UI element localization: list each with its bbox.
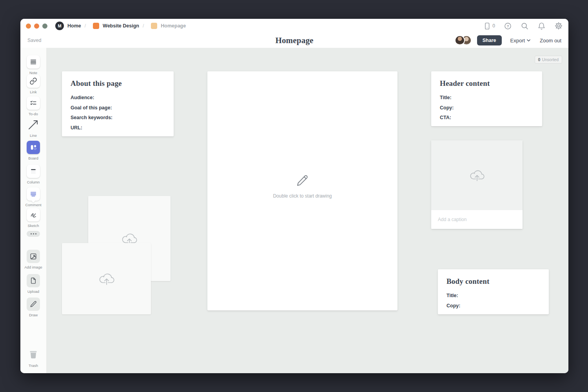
tool-label: Column <box>20 180 46 184</box>
export-label: Export <box>510 38 525 44</box>
sketch-icon <box>29 211 38 219</box>
search-icon <box>521 22 529 30</box>
image-placeholder-card[interactable] <box>62 243 151 314</box>
field-label: URL: <box>71 123 165 133</box>
pencil-icon <box>29 300 37 308</box>
todo-icon <box>29 99 37 107</box>
ellipsis-icon <box>27 231 40 237</box>
device-sync-button[interactable]: 0 <box>483 22 495 30</box>
help-button[interactable]: ? <box>504 22 512 30</box>
tool-sidebar: Note Link To-do Line <box>20 48 47 373</box>
image-upload-card[interactable]: Add a caption <box>431 140 523 229</box>
image-drop-area[interactable] <box>431 140 523 210</box>
sidebar-item-column[interactable]: Column <box>20 165 46 184</box>
card-title: Header content <box>440 79 534 88</box>
saved-status: Saved <box>27 38 41 43</box>
sidebar-item-comment[interactable]: Comment <box>20 187 46 207</box>
svg-text:?: ? <box>507 24 509 28</box>
zoom-out-button[interactable]: Zoom out <box>540 38 561 44</box>
sidebar-item-line[interactable]: Line <box>20 118 46 138</box>
sidebar-item-more[interactable] <box>20 231 46 237</box>
file-icon <box>29 277 37 285</box>
breadcrumb-home[interactable]: Home <box>67 23 81 29</box>
note-icon <box>29 58 37 66</box>
tool-label: Trash <box>20 363 46 368</box>
board-chip-orange-icon <box>93 23 99 29</box>
column-icon <box>29 167 37 175</box>
tool-label: Comment <box>20 203 46 207</box>
card-title: Body content <box>446 277 540 286</box>
trash-icon <box>27 349 39 361</box>
caption-input[interactable]: Add a caption <box>431 210 523 229</box>
breadcrumb-separator: / <box>85 23 86 29</box>
note-card-about[interactable]: About this page Audience: Goal of this p… <box>62 71 174 136</box>
tool-label: Line <box>20 133 46 138</box>
tool-label: Add image <box>20 265 46 269</box>
arrow-line-icon <box>27 119 39 131</box>
titlebar: M Home / Website Design / Homepage 0 ? <box>20 19 568 33</box>
milanote-logo-icon[interactable]: M <box>55 22 64 30</box>
field-label: Audience: <box>71 93 165 103</box>
unsorted-label: Unsorted <box>542 57 559 62</box>
sidebar-item-trash[interactable]: Trash <box>20 348 46 368</box>
fullscreen-window-button[interactable] <box>42 24 47 29</box>
close-window-button[interactable] <box>26 24 31 29</box>
sidebar-item-upload[interactable]: Upload <box>20 274 46 294</box>
minimize-window-button[interactable] <box>34 24 39 29</box>
notifications-button[interactable] <box>537 22 546 30</box>
cloud-upload-icon <box>97 270 116 287</box>
drawing-hint: Double click to start drawing <box>273 193 332 199</box>
sidebar-item-note[interactable]: Note <box>20 55 46 75</box>
tool-label: Draw <box>20 313 46 317</box>
board-header: Saved Homepage Share Export Zoom out <box>20 33 568 48</box>
notifications-icon <box>537 22 546 30</box>
tool-label: To-do <box>20 112 46 116</box>
cloud-upload-icon <box>468 167 486 183</box>
device-count: 0 <box>492 23 495 29</box>
tool-label: Board <box>20 156 46 160</box>
image-icon <box>29 252 37 260</box>
tool-label: Upload <box>20 289 46 294</box>
pencil-icon <box>295 174 309 188</box>
sidebar-item-draw[interactable]: Draw <box>20 298 46 317</box>
comment-tail <box>31 198 35 202</box>
board-canvas[interactable]: 0 Unsorted About this page Audience: Goa… <box>46 48 568 373</box>
app-window: M Home / Website Design / Homepage 0 ? <box>20 19 568 373</box>
sidebar-item-sketch[interactable]: Sketch <box>20 208 46 228</box>
settings-button[interactable] <box>554 22 563 30</box>
breadcrumb-separator: / <box>143 23 144 29</box>
unsorted-badge[interactable]: 0 Unsorted <box>535 56 562 64</box>
sidebar-item-add-image[interactable]: Add image <box>20 250 46 269</box>
field-label: Copy: <box>446 301 540 311</box>
export-button[interactable]: Export <box>510 38 531 44</box>
link-icon <box>29 77 37 85</box>
field-label: Copy: <box>440 103 534 113</box>
tool-label: Link <box>20 90 46 94</box>
field-label: Title: <box>446 291 540 301</box>
comment-icon <box>29 190 37 198</box>
note-card-body-content[interactable]: Body content Title: Copy: <box>438 269 549 314</box>
unsorted-count: 0 <box>538 57 541 62</box>
field-label: Goal of this page: <box>71 103 165 113</box>
card-title: About this page <box>71 79 165 88</box>
field-label: Title: <box>440 93 534 103</box>
avatar[interactable] <box>455 35 465 45</box>
device-icon <box>483 22 491 30</box>
help-icon: ? <box>504 22 512 30</box>
chevron-down-icon <box>527 39 530 42</box>
share-button[interactable]: Share <box>477 35 502 45</box>
breadcrumb-website-design[interactable]: Website Design <box>103 23 139 29</box>
board-icon <box>29 143 37 151</box>
drawing-card[interactable]: Double click to start drawing <box>207 71 397 310</box>
note-card-header-content[interactable]: Header content Title: Copy: CTA: <box>431 71 542 126</box>
field-label: Search keywords: <box>71 113 165 123</box>
search-button[interactable] <box>521 22 529 30</box>
board-chip-faded-icon <box>151 23 157 29</box>
collaborator-avatars[interactable] <box>455 35 472 45</box>
field-label: CTA: <box>440 113 534 123</box>
sidebar-item-todo[interactable]: To-do <box>20 96 46 116</box>
sidebar-item-link[interactable]: Link <box>20 74 46 94</box>
sidebar-item-board[interactable]: Board <box>20 141 46 160</box>
breadcrumb-homepage[interactable]: Homepage <box>161 23 186 29</box>
tool-label: Sketch <box>20 223 46 228</box>
